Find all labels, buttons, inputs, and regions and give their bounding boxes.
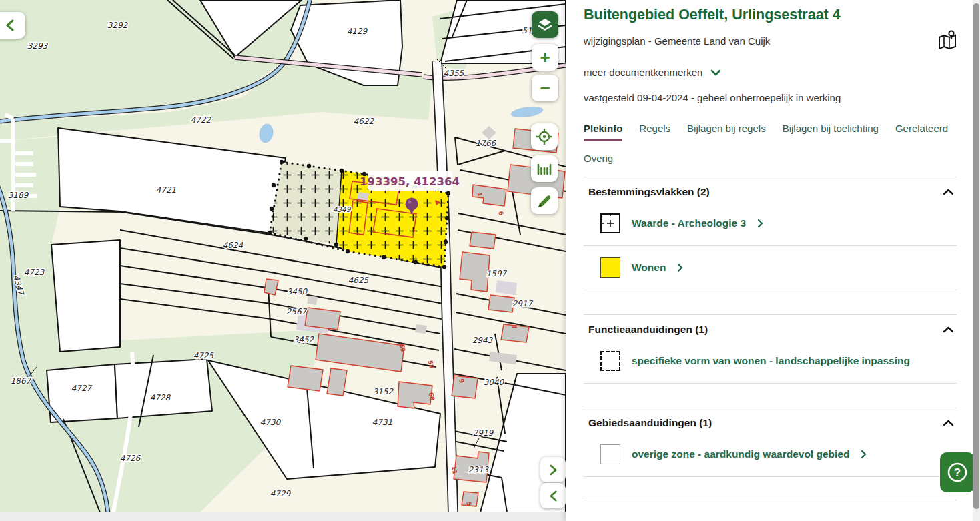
parcel-label: 2567: [286, 307, 308, 316]
layers-button[interactable]: [532, 11, 558, 38]
chevron-right-icon: [677, 263, 683, 272]
legend-item-label: Wonen: [632, 262, 666, 274]
chevron-down-icon: [710, 69, 721, 76]
pencil-icon: [536, 193, 552, 209]
archeologie-swatch-icon: [600, 213, 620, 233]
zoom-in-button[interactable]: +: [532, 44, 558, 71]
section-toggle-gebiedsaanduidingen[interactable]: Gebiedsaanduidingen (1): [584, 408, 957, 433]
plain-outline-swatch-icon: [600, 444, 620, 464]
parcel-label: 4721: [156, 185, 177, 195]
coordinate-tooltip: 193395, 412364: [360, 171, 460, 191]
map-viewport[interactable]: 3292329341294355514722462217664721318943…: [0, 0, 566, 512]
app-window: 3292329341294355514722462217664721318943…: [0, 0, 980, 521]
section-title: Bestemmingsvlakken (2): [588, 186, 710, 198]
chevron-up-icon: [943, 326, 954, 333]
section-gebiedsaanduidingen: Gebiedsaanduidingen (1) overige zone - a…: [584, 408, 957, 477]
scrollbar-thumb[interactable]: [973, 3, 979, 509]
legend-item-waarde-archeologie[interactable]: Waarde - Archeologie 3: [584, 202, 957, 246]
parcel-label: 4723: [24, 268, 45, 277]
tab-regels[interactable]: Regels: [639, 123, 670, 141]
parcel-label: 1867: [11, 376, 32, 386]
parcel-label: 4727: [71, 384, 93, 393]
dashed-outline-swatch-icon: [600, 351, 620, 371]
chevron-right-icon: [861, 450, 867, 459]
parcel-label: 1597: [486, 269, 508, 278]
layers-icon: [537, 17, 553, 33]
chevron-up-icon: [943, 420, 954, 426]
measure-button[interactable]: [531, 155, 558, 182]
parcel-label: 2943: [472, 336, 494, 345]
zoom-out-button[interactable]: −: [532, 75, 558, 101]
parcel-label: 4349: [333, 205, 352, 213]
map-bottom-strip: [0, 512, 566, 521]
next-extent-button[interactable]: [540, 457, 566, 482]
parcel-label: 4355: [444, 69, 465, 78]
parcel-label: 4728: [150, 393, 171, 402]
draw-button[interactable]: [531, 187, 558, 214]
parcel-label: 4731: [372, 418, 393, 427]
section-bestemmingsvlakken: Bestemmingsvlakken (2) Waarde - Archeolo…: [584, 177, 957, 290]
section-toggle-functieaanduidingen[interactable]: Functieaanduidingen (1): [584, 315, 957, 340]
parcel-label: 4730: [260, 418, 282, 427]
legend-item-label: specifieke vorm van wonen - landschappel…: [632, 355, 910, 367]
plan-subtitle: wijzigingsplan - Gemeente Land van Cuijk: [584, 35, 770, 47]
wonen-swatch-icon: [600, 257, 620, 278]
parcel-label: 4625: [348, 276, 370, 285]
parcel-label: 3293: [27, 41, 49, 51]
legend-item-label: Waarde - Archeologie 3: [632, 217, 746, 229]
parcel-label: 4129: [347, 27, 368, 36]
back-button[interactable]: [0, 12, 25, 39]
parcel-label: 4729: [270, 489, 292, 498]
minus-icon: −: [540, 79, 550, 97]
plus-icon: +: [540, 49, 550, 66]
legend-item-specifieke-vorm-van-wonen[interactable]: specifieke vorm van wonen - landschappel…: [584, 340, 957, 384]
section-title: Functieaanduidingen (1): [588, 324, 708, 336]
plan-status: vastgesteld 09-04-2024 - geheel onherroe…: [584, 92, 957, 103]
page-title: Buitengebied Oeffelt, Urlingsestraat 4: [584, 5, 957, 24]
tab-bijlagen-bij-regels[interactable]: Bijlagen bij regels: [687, 123, 766, 141]
more-document-properties-link[interactable]: meer documentkenmerken: [584, 67, 721, 78]
section-title: Gebiedsaanduidingen (1): [588, 417, 712, 429]
question-mark-icon: ?: [947, 462, 968, 483]
scrollbar-track[interactable]: [973, 0, 980, 521]
ruler-icon: [536, 160, 553, 177]
tab-gerelateerd[interactable]: Gerelateerd: [895, 123, 948, 141]
parcel-label: 51: [522, 26, 532, 35]
chevron-left-icon: [5, 19, 15, 31]
parcel-label: 1766: [476, 139, 497, 148]
map-document-icon[interactable]: [938, 30, 957, 52]
locate-button[interactable]: [531, 123, 558, 150]
tab-plekinfo[interactable]: Plekinfo: [584, 123, 622, 141]
parcel-label: 3292: [107, 21, 129, 30]
legend-item-label: overige zone - aardkundig waardevol gebi…: [632, 448, 849, 460]
map-pin-icon: [938, 30, 957, 50]
crosshair-icon: [536, 128, 553, 145]
parcel-label: 3450: [287, 287, 308, 296]
legend-item-overige-zone[interactable]: overige zone - aardkundig waardevol gebi…: [584, 433, 957, 477]
chevron-right-icon: [757, 219, 763, 228]
tab-overig[interactable]: Overig: [584, 153, 613, 171]
chevron-up-icon: [943, 189, 954, 195]
parcel-label: 3040: [484, 378, 505, 387]
tab-bar: Plekinfo Regels Bijlagen bij regels Bijl…: [584, 123, 957, 171]
parcel-label: 4624: [223, 241, 243, 250]
section-functieaanduidingen: Functieaanduidingen (1) specifieke vorm …: [584, 315, 957, 384]
previous-extent-button[interactable]: [540, 483, 566, 508]
parcel-label: 2919: [473, 428, 494, 438]
parcel-label: 3189: [8, 191, 29, 200]
info-panel: Buitengebied Oeffelt, Urlingsestraat 4 w…: [566, 0, 973, 521]
parcel-label: 4622: [354, 117, 375, 126]
chevron-left-icon: [549, 490, 558, 502]
parcel-label: 4726: [120, 454, 141, 463]
parcel-label: 2313: [468, 465, 490, 474]
parcel-label: 3152: [373, 387, 394, 396]
tab-bijlagen-bij-toelichting[interactable]: Bijlagen bij toelichting: [783, 123, 879, 141]
section-toggle-bestemmingsvlakken[interactable]: Bestemmingsvlakken (2): [584, 177, 957, 202]
parcel-label: 3452: [294, 335, 315, 344]
legend-item-wonen[interactable]: Wonen: [584, 246, 957, 290]
coordinate-label: 193395, 412364: [360, 175, 460, 188]
help-button[interactable]: ?: [940, 452, 975, 492]
panel-bottom-divider: [584, 500, 957, 500]
parcel-label: 4725: [193, 351, 215, 360]
svg-text:?: ?: [954, 466, 961, 479]
